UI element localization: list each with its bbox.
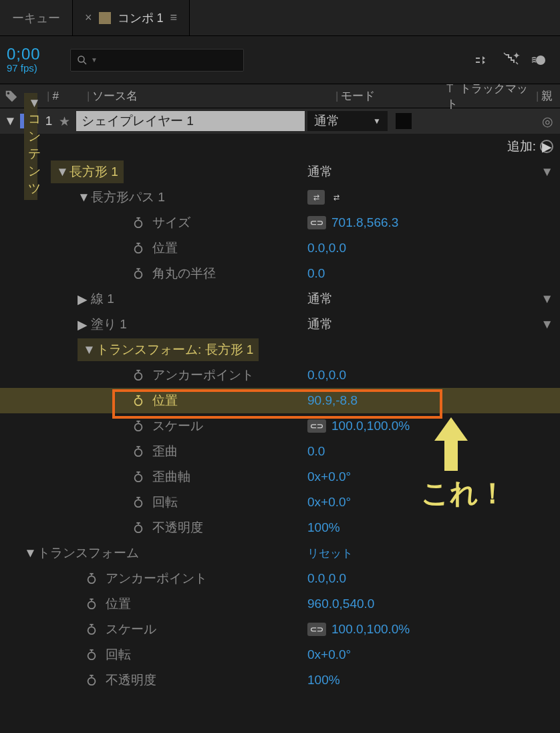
stopwatch-icon[interactable] xyxy=(84,647,99,662)
layer-toggle-icon[interactable]: ▼ xyxy=(4,114,16,128)
position-value[interactable]: 960.0,540.0 xyxy=(307,597,374,611)
reset-link[interactable]: リセット xyxy=(307,546,353,561)
stopwatch-icon[interactable] xyxy=(131,393,146,408)
close-icon[interactable]: × xyxy=(85,11,92,25)
transform-rect-row[interactable]: ▼トランスフォーム: 長方形 1 xyxy=(0,337,560,362)
main-opacity-row[interactable]: 不透明度 100% xyxy=(0,667,560,693)
skewaxis-value[interactable]: 0x+0.0° xyxy=(307,469,351,484)
xf-scale-row[interactable]: スケール ⊂⊃100.0,100.0% xyxy=(0,413,560,439)
path-direction-icon[interactable]: ⇄ xyxy=(307,190,325,205)
stopwatch-icon[interactable] xyxy=(131,215,146,230)
link-icon[interactable]: ⊂⊃ xyxy=(307,216,326,229)
xf-skew-row[interactable]: 歪曲 0.0 xyxy=(0,439,560,464)
fill-row[interactable]: ▶塗り 1 通常▼ xyxy=(0,312,560,337)
link-icon[interactable]: ⊂⊃ xyxy=(307,419,326,433)
svg-point-2 xyxy=(536,56,545,65)
stopwatch-icon[interactable] xyxy=(84,571,99,586)
tag-icon[interactable] xyxy=(4,89,19,104)
stopwatch-icon[interactable] xyxy=(84,673,99,688)
chevron-down-icon: ▼ xyxy=(541,317,553,332)
parent-pickwhip-icon[interactable]: ◎ xyxy=(542,114,553,129)
add-icon: ▶ xyxy=(540,140,553,153)
annotation-arrow-icon xyxy=(428,417,474,478)
col-number[interactable]: # xyxy=(52,90,58,102)
stopwatch-icon[interactable] xyxy=(131,419,146,433)
star-icon[interactable]: ★ xyxy=(59,114,76,129)
svg-point-31 xyxy=(135,525,142,532)
rect-path-position-row[interactable]: 位置 0.0,0.0 xyxy=(0,235,560,261)
tab-menu-icon[interactable]: ≡ xyxy=(170,11,178,25)
layer-name[interactable]: シェイプレイヤー 1 xyxy=(76,111,305,131)
main-rotation-row[interactable]: 回転 0x+0.0° xyxy=(0,642,560,667)
xf-position-row-selected[interactable]: 位置 90.9,-8.8 xyxy=(0,388,560,413)
track-matte-swatch[interactable] xyxy=(396,113,412,129)
graph-editor-icon[interactable] xyxy=(473,50,493,70)
timecode[interactable]: 0;00 xyxy=(7,46,63,62)
scale-value[interactable]: 100.0,100.0% xyxy=(331,622,410,637)
svg-point-25 xyxy=(135,474,142,482)
dropdown-caret-icon: ▼ xyxy=(91,56,98,64)
opacity-value[interactable]: 100% xyxy=(307,673,340,688)
main-anchor-row[interactable]: アンカーポイント 0.0,0.0 xyxy=(0,566,560,591)
xf-opacity-row[interactable]: 不透明度 100% xyxy=(0,515,560,540)
toggle-icon[interactable]: ▶ xyxy=(78,292,91,307)
anchor-value[interactable]: 0.0,0.0 xyxy=(307,368,346,383)
rectangle-group-row[interactable]: ▼長方形 1 通常▼ xyxy=(0,159,560,185)
size-value[interactable]: 701.8,566.3 xyxy=(331,215,398,230)
motion-blur-icon[interactable] xyxy=(529,50,549,70)
col-source[interactable]: ソース名 xyxy=(92,90,138,102)
stopwatch-icon[interactable] xyxy=(131,241,146,255)
tab-queue[interactable]: ーキュー xyxy=(0,0,73,35)
opacity-value[interactable]: 100% xyxy=(307,520,340,535)
shy-icon[interactable]: ✦ xyxy=(501,50,521,70)
skew-value[interactable]: 0.0 xyxy=(307,444,325,459)
position-value[interactable]: 90.9,-8.8 xyxy=(307,393,358,408)
contents-row[interactable]: ▼ コンテンツ 追加:▶ xyxy=(0,134,560,159)
col-parent[interactable]: 親 xyxy=(541,90,553,102)
stopwatch-icon[interactable] xyxy=(131,495,146,510)
position-value[interactable]: 0.0,0.0 xyxy=(307,241,346,255)
main-scale-row[interactable]: スケール ⊂⊃100.0,100.0% xyxy=(0,617,560,642)
roundness-row[interactable]: 角丸の半径 0.0 xyxy=(0,261,560,286)
stopwatch-icon[interactable] xyxy=(131,368,146,383)
transform-row[interactable]: ▼トランスフォーム リセット xyxy=(0,540,560,566)
col-t[interactable]: T xyxy=(446,82,453,95)
column-headers: |# |ソース名 |モード Tトラックマット |親 xyxy=(0,84,560,108)
col-mode[interactable]: モード xyxy=(341,90,375,102)
link-icon[interactable]: ⊂⊃ xyxy=(307,623,326,636)
toggle-icon[interactable]: ▼ xyxy=(24,546,37,560)
rotation-value[interactable]: 0x+0.0° xyxy=(307,495,351,510)
stopwatch-icon[interactable] xyxy=(131,444,146,459)
stopwatch-icon[interactable] xyxy=(131,520,146,535)
layer-row[interactable]: ▼ 1 ★ シェイプレイヤー 1 通常▼ ◎ xyxy=(0,108,560,134)
stopwatch-icon[interactable] xyxy=(131,266,146,281)
stroke-row[interactable]: ▶線 1 通常▼ xyxy=(0,286,560,312)
rect-path-row[interactable]: ▼長方形パス 1 ⇄⇄ xyxy=(0,185,560,210)
anchor-value[interactable]: 0.0,0.0 xyxy=(307,571,346,586)
search-input[interactable]: ▼ xyxy=(70,49,244,72)
toggle-icon[interactable]: ▼ xyxy=(83,342,96,357)
path-direction-icon-2[interactable]: ⇄ xyxy=(327,190,345,205)
blend-mode-dropdown[interactable]: 通常▼ xyxy=(307,111,388,131)
add-button[interactable]: 追加:▶ xyxy=(507,138,553,155)
xf-anchor-row[interactable]: アンカーポイント 0.0,0.0 xyxy=(0,362,560,388)
tab-comp-1[interactable]: × コンポ 1 ≡ xyxy=(73,0,190,35)
svg-point-22 xyxy=(135,449,142,456)
fill-mode-dropdown[interactable]: 通常▼ xyxy=(307,316,560,333)
main-position-row[interactable]: 位置 960.0,540.0 xyxy=(0,591,560,617)
col-track[interactable]: トラックマット xyxy=(446,82,528,110)
stopwatch-icon[interactable] xyxy=(84,597,99,611)
toggle-icon[interactable]: ▼ xyxy=(56,165,69,179)
toggle-icon[interactable]: ▼ xyxy=(78,190,91,205)
scale-value[interactable]: 100.0,100.0% xyxy=(331,419,410,433)
size-row[interactable]: サイズ ⊂⊃701.8,566.3 xyxy=(0,210,560,235)
stopwatch-icon[interactable] xyxy=(131,469,146,484)
toggle-icon[interactable]: ▶ xyxy=(78,317,91,332)
rotation-value[interactable]: 0x+0.0° xyxy=(307,647,351,662)
rect-mode-dropdown[interactable]: 通常▼ xyxy=(307,163,560,181)
svg-point-28 xyxy=(135,500,142,507)
svg-point-16 xyxy=(135,398,142,405)
stopwatch-icon[interactable] xyxy=(84,622,99,637)
roundness-value[interactable]: 0.0 xyxy=(307,266,325,281)
stroke-mode-dropdown[interactable]: 通常▼ xyxy=(307,290,560,308)
